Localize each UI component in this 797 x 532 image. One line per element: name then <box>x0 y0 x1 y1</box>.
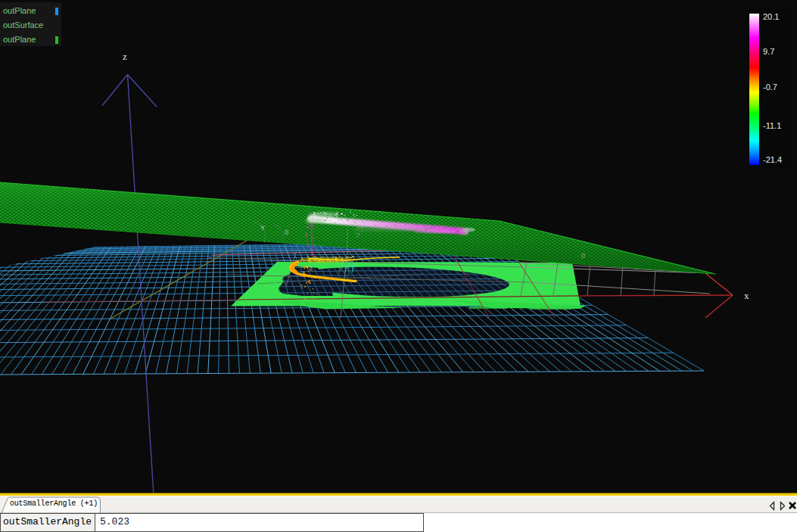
svg-text:0: 0 <box>285 229 288 236</box>
svg-text:z: z <box>123 51 127 62</box>
svg-text:Y: Y <box>260 224 265 232</box>
svg-text:x: x <box>744 290 749 301</box>
svg-text:0: 0 <box>581 252 585 260</box>
